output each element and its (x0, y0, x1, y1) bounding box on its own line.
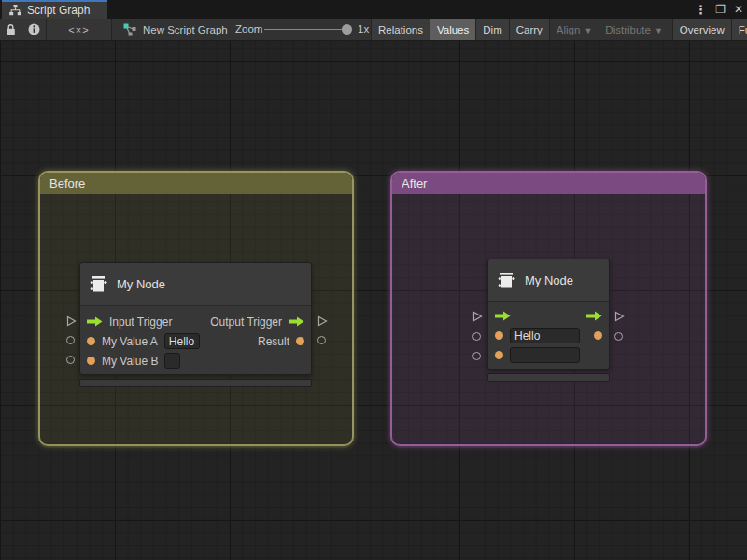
graph-edge-icon (123, 23, 136, 36)
node-my-node-after[interactable]: My Node (487, 259, 610, 370)
unit-node-icon (498, 273, 516, 288)
port-row: My Value A Result (80, 331, 311, 351)
flow-input-port-icon[interactable] (495, 311, 511, 321)
title-bar: Script Graph ⋮ ❐ ✕ (0, 0, 747, 19)
value-a-field[interactable] (510, 328, 580, 343)
node-footer (79, 379, 312, 387)
tab-label: Script Graph (27, 4, 90, 17)
new-script-graph-label: New Script Graph (143, 24, 228, 35)
window-close-icon[interactable]: ✕ (734, 3, 743, 16)
group-before-header[interactable]: Before (40, 173, 352, 194)
outer-value-port-icon[interactable] (317, 336, 326, 344)
outer-flow-port-icon[interactable] (65, 315, 77, 327)
node-my-node-before[interactable]: My Node Input Trigger Output Trigger (79, 262, 312, 375)
port-row (488, 306, 609, 326)
align-dropdown[interactable]: Align▼ (550, 19, 599, 40)
value-input-port-icon[interactable] (495, 331, 503, 340)
port-label: Output Trigger (210, 315, 282, 329)
group-after-header[interactable]: After (392, 173, 705, 194)
graph-canvas[interactable]: Before After My Node (0, 41, 747, 560)
lock-button[interactable] (0, 19, 21, 40)
chevron-down-icon: ▼ (584, 26, 592, 35)
info-button[interactable] (21, 19, 47, 40)
value-input-port-icon[interactable] (495, 351, 503, 359)
value-b-field[interactable] (510, 347, 580, 363)
value-input-port-icon[interactable] (87, 337, 95, 345)
outer-flow-port-icon[interactable] (613, 311, 625, 322)
values-button[interactable]: Values (430, 19, 476, 40)
outer-value-port-icon[interactable] (66, 336, 75, 344)
flow-output-port-icon[interactable] (289, 316, 304, 327)
port-label: My Value A (102, 335, 158, 348)
value-output-port-icon[interactable] (594, 331, 602, 340)
node-footer (487, 373, 610, 382)
zoom-value: 1x (358, 19, 369, 40)
script-graph-hierarchy-icon (9, 5, 21, 16)
info-icon (28, 23, 40, 35)
outer-value-port-icon[interactable] (472, 332, 481, 341)
carry-button[interactable]: Carry (510, 19, 550, 40)
group-before-title: Before (49, 176, 85, 190)
group-after-title: After (402, 176, 427, 190)
port-row: Input Trigger Output Trigger (80, 312, 311, 331)
node-header[interactable]: My Node (488, 259, 609, 302)
outer-value-port-icon[interactable] (614, 332, 623, 341)
value-b-field[interactable] (164, 353, 180, 369)
full-screen-button[interactable]: Full Screen (732, 19, 747, 40)
tab-script-graph[interactable]: Script Graph (2, 0, 107, 19)
overview-button[interactable]: Overview (672, 19, 732, 40)
window-menu-icon[interactable]: ⋮ (695, 3, 707, 17)
dim-button[interactable]: Dim (476, 19, 509, 40)
new-script-graph-button[interactable]: New Script Graph (112, 19, 237, 40)
node-header[interactable]: My Node (80, 263, 311, 306)
port-row (488, 326, 609, 345)
node-title: My Node (117, 277, 165, 291)
chevron-down-icon: ▼ (655, 26, 663, 35)
lock-icon (6, 23, 16, 35)
code-view-button[interactable]: <×> (47, 19, 112, 40)
value-output-port-icon[interactable] (296, 337, 304, 345)
outer-flow-port-icon[interactable] (317, 315, 328, 327)
zoom-slider-track[interactable] (264, 29, 352, 30)
value-input-port-icon[interactable] (87, 357, 95, 365)
port-label: Input Trigger (109, 315, 172, 329)
toolbar: <×> New Script Graph Zoom 1x Relations V… (0, 19, 747, 41)
outer-value-port-icon[interactable] (66, 356, 75, 364)
distribute-dropdown[interactable]: Distribute▼ (599, 19, 669, 40)
outer-flow-port-icon[interactable] (472, 311, 483, 322)
window-maximize-icon[interactable]: ❐ (715, 3, 726, 16)
port-row: My Value B (80, 351, 311, 371)
code-brackets-icon: <×> (68, 24, 89, 35)
zoom-label: Zoom (235, 19, 262, 40)
unit-node-icon (90, 276, 108, 292)
relations-button[interactable]: Relations (372, 19, 430, 40)
port-label: Result (258, 335, 289, 348)
zoom-slider-handle[interactable] (342, 24, 352, 35)
outer-value-port-icon[interactable] (472, 352, 481, 360)
flow-input-port-icon[interactable] (87, 316, 103, 327)
port-label: My Value B (102, 355, 158, 368)
port-row (488, 345, 609, 365)
value-a-field[interactable] (164, 333, 200, 349)
flow-output-port-icon[interactable] (586, 311, 602, 321)
node-title: My Node (525, 273, 573, 287)
